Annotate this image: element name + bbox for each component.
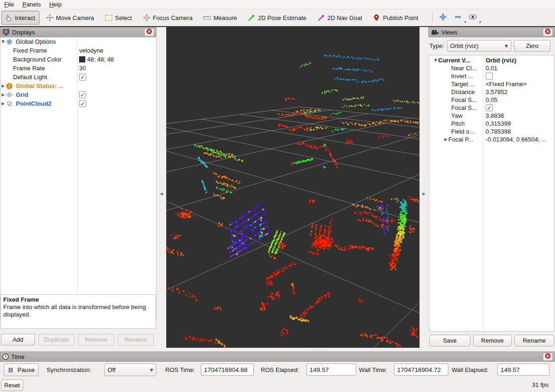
expand-arrow-icon[interactable]: ▼ — [433, 58, 438, 62]
property-value[interactable]: 0,05 — [486, 96, 497, 103]
collapse-left-icon[interactable]: ◀ — [160, 191, 163, 196]
property-value[interactable]: Orbit (rviz) — [486, 57, 516, 64]
remove-tool-button[interactable]: ▾ — [451, 11, 464, 24]
warning-icon — [6, 82, 13, 89]
views-row-field-o[interactable]: Field o...0,785398 — [429, 128, 554, 135]
tool-move-camera[interactable]: Move Camera — [42, 11, 99, 25]
displays-row-frame-rate[interactable]: Frame Rate30 — [0, 64, 156, 73]
menu-help[interactable]: Help — [45, 0, 66, 8]
property-value[interactable]: 30 — [79, 65, 86, 72]
displays-row-default-light[interactable]: Default Light✓ — [0, 73, 156, 81]
displays-row-pointcloud2[interactable]: ▶PointCloud2✓ — [0, 99, 156, 108]
tool-2d-nav-goal[interactable]: 2D Nav Goal — [314, 11, 366, 25]
left-splitter[interactable]: ······ ◀ — [156, 27, 166, 348]
time-field-input[interactable]: 149.57 — [497, 364, 549, 376]
color-swatch[interactable] — [79, 56, 85, 62]
expand-arrow-icon[interactable]: ▶ — [0, 84, 6, 88]
displays-row-grid[interactable]: ▶Grid✓ — [0, 90, 156, 99]
splitter-dots[interactable]: ······ — [307, 348, 331, 351]
property-value[interactable]: -0.013094; 0.66504; ... — [486, 136, 547, 143]
zero-button[interactable]: Zero — [514, 40, 550, 52]
tool-label: Interact — [15, 14, 35, 21]
tool-select[interactable]: Select — [102, 11, 136, 25]
tool-label: 2D Nav Goal — [327, 14, 362, 21]
time-field-input[interactable]: 1704716904.68 — [201, 364, 254, 376]
expand-arrow-icon[interactable]: ▼ — [0, 40, 6, 44]
add-button[interactable]: Add — [1, 334, 35, 345]
collapse-right-icon[interactable]: ▶ — [422, 191, 426, 196]
property-value[interactable]: 0,315399 — [486, 120, 511, 127]
property-label: PointCloud2 — [16, 100, 52, 107]
displays-row-background-color[interactable]: Background Color48; 48; 48 — [0, 55, 156, 64]
property-value[interactable]: 48; 48; 48 — [87, 56, 114, 63]
views-panel-title: Views — [441, 29, 543, 36]
tool-visibility-button[interactable]: ▾ — [466, 11, 479, 24]
menu-panels[interactable]: Panels — [18, 0, 45, 8]
views-row-focal-s[interactable]: Focal S...0,05 — [429, 96, 554, 104]
checkbox[interactable]: ✓ — [79, 74, 86, 81]
views-row-distance[interactable]: Distance3,57852 — [429, 88, 554, 96]
property-value[interactable]: 0,01 — [486, 65, 497, 72]
views-row-pitch[interactable]: Pitch0,315399 — [429, 120, 554, 128]
expand-arrow-icon[interactable]: ▶ — [0, 101, 6, 106]
tool-focus-camera[interactable]: Focus Camera — [139, 11, 197, 25]
property-label: Target ... — [451, 81, 475, 88]
property-label: Pitch — [451, 120, 465, 127]
grid-icon — [6, 91, 13, 98]
tool-publish-point[interactable]: Publish Point — [369, 11, 423, 25]
remove-button: Remove — [78, 334, 114, 345]
property-label: Frame Rate — [13, 65, 45, 72]
time-field-input[interactable]: 149.57 — [306, 364, 356, 376]
view-type-label: Type: — [429, 42, 444, 49]
remove-button[interactable]: Remove — [473, 335, 512, 346]
pose-arrow-green-icon — [248, 14, 256, 22]
tool-2d-pose-estimate[interactable]: 2D Pose Estimate — [244, 11, 311, 25]
tool-interact[interactable]: Interact — [1, 11, 40, 25]
menu-file[interactable]: File — [0, 0, 18, 8]
views-row-yaw[interactable]: Yaw3,8836 — [429, 112, 554, 120]
help-text: Frame into which all data is transformed… — [3, 304, 153, 318]
gear-icon — [6, 38, 13, 45]
property-value[interactable]: 0,785398 — [486, 128, 511, 135]
add-tool-button[interactable] — [436, 11, 449, 24]
tool-measure[interactable]: Measure — [200, 11, 242, 25]
property-value[interactable]: 3,57852 — [486, 88, 508, 95]
time-field-input[interactable]: 1704716904.72 — [394, 364, 448, 376]
render-viewport[interactable] — [166, 27, 420, 348]
property-value[interactable]: 3,8836 — [486, 112, 504, 119]
view-type-combo[interactable]: Orbit (rviz) ▼ — [447, 40, 511, 52]
views-row-focal-s[interactable]: Focal S...✓ — [429, 104, 554, 112]
displays-row-global-status[interactable]: ▶Global Status: ... — [0, 81, 156, 90]
views-tree: ▼Current V...Orbit (rviz)Near Cl...0,01I… — [429, 55, 555, 331]
rename-button[interactable]: Rename — [514, 335, 554, 346]
checkbox[interactable]: ✓ — [79, 91, 86, 98]
expand-arrow-icon[interactable]: ▶ — [0, 93, 6, 97]
chevron-down-icon[interactable]: ▾ — [479, 20, 481, 24]
time-field-label: Wall Elapsed: — [452, 364, 488, 376]
views-row-current-v[interactable]: ▼Current V...Orbit (rviz) — [429, 56, 554, 64]
pointcloud-canvas[interactable] — [166, 27, 420, 348]
pointcloud-icon — [6, 100, 13, 107]
pause-button[interactable]: Pause — [4, 364, 39, 376]
displays-row-fixed-frame[interactable]: Fixed Framevelodyne — [0, 46, 156, 55]
expand-arrow-icon[interactable]: ▶ — [443, 137, 448, 142]
right-splitter[interactable]: ······ ▶ — [419, 27, 429, 348]
time-close-button[interactable] — [543, 353, 553, 361]
property-value[interactable]: velodyne — [79, 47, 103, 54]
views-row-invert[interactable]: Invert ... — [429, 72, 554, 80]
checkbox[interactable] — [486, 73, 493, 80]
displays-row-global-options[interactable]: ▼Global Options — [0, 37, 156, 46]
views-row-focal-p[interactable]: ▶Focal P...-0.013094; 0.66504; ... — [429, 135, 554, 143]
displays-close-button[interactable] — [144, 28, 154, 36]
views-row-near-cl[interactable]: Near Cl...0,01 — [429, 64, 554, 72]
views-row-target[interactable]: Target ...<Fixed Frame> — [429, 80, 554, 88]
views-close-button[interactable] — [543, 28, 553, 36]
property-label: Invert ... — [451, 73, 473, 80]
save-button[interactable]: Save — [429, 335, 470, 346]
property-value[interactable]: <Fixed Frame> — [486, 81, 527, 88]
checkbox[interactable]: ✓ — [486, 104, 493, 111]
sync-combo[interactable]: Off ▼ — [104, 364, 156, 376]
reset-button[interactable]: Reset — [1, 379, 23, 391]
checkbox[interactable]: ✓ — [79, 100, 86, 107]
property-label: Near Cl... — [451, 65, 477, 72]
